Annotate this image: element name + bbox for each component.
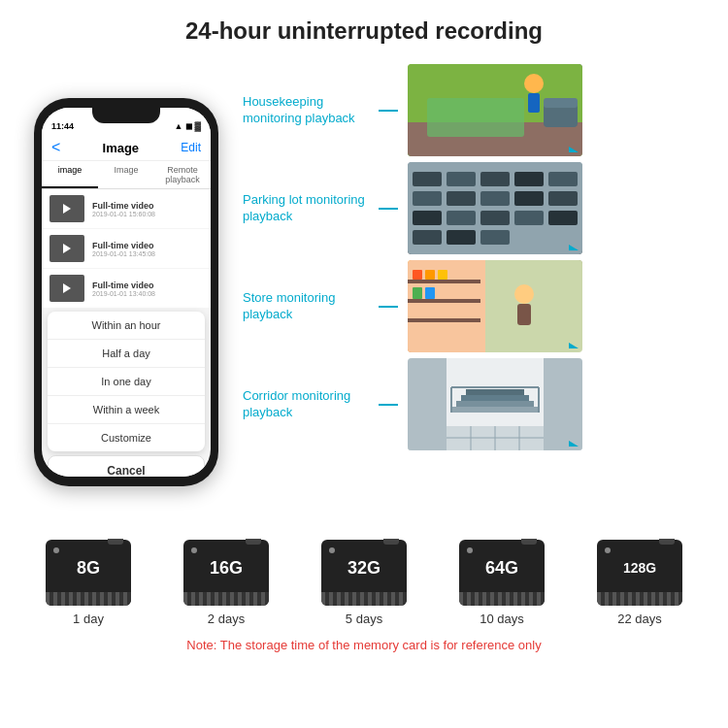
store-illustration bbox=[408, 260, 582, 352]
parking-illustration bbox=[408, 162, 582, 254]
sd-size-16g: 16G bbox=[210, 558, 243, 579]
svg-rect-2 bbox=[427, 98, 524, 137]
phone-time: 11:44 bbox=[51, 121, 74, 131]
arrow-icon bbox=[569, 343, 579, 348]
svg-rect-29 bbox=[408, 280, 480, 283]
dropdown-item-within-hour[interactable]: Within an hour bbox=[48, 312, 205, 340]
video-info: Full-time video 2019-01-01 13:45:08 bbox=[92, 241, 203, 257]
monitoring-image-corridor bbox=[408, 358, 582, 450]
phone-back-button[interactable]: < bbox=[51, 139, 60, 156]
monitoring-section: Housekeeping monitoring playback bbox=[243, 54, 709, 530]
sd-dot bbox=[467, 547, 473, 553]
dropdown-item-within-week[interactable]: Within a week bbox=[48, 396, 205, 424]
video-title: Full-time video bbox=[92, 281, 203, 290]
dropdown-item-customize[interactable]: Customize bbox=[48, 424, 205, 451]
monitoring-image-housekeeping bbox=[408, 64, 582, 156]
svg-rect-20 bbox=[480, 211, 510, 225]
phone-mockup: 11:44 ▲ ◼ ▓ < Image Edit image Image Rem… bbox=[34, 98, 218, 486]
svg-rect-24 bbox=[447, 230, 476, 245]
svg-rect-40 bbox=[408, 358, 447, 450]
phone-dropdown[interactable]: Within an hour Half a day In one day Wit… bbox=[48, 312, 205, 451]
monitoring-text-housekeeping: Housekeeping monitoring playback bbox=[243, 94, 369, 127]
svg-rect-35 bbox=[413, 287, 422, 299]
dropdown-item-in-one-day[interactable]: In one day bbox=[48, 368, 205, 396]
phone-tab-image2[interactable]: Image bbox=[98, 161, 154, 188]
svg-rect-21 bbox=[514, 211, 544, 225]
svg-rect-8 bbox=[413, 172, 442, 186]
arrow-icon bbox=[569, 147, 579, 152]
monitoring-item-housekeeping: Housekeeping monitoring playback bbox=[243, 64, 709, 156]
phone-icons: ▲ ◼ ▓ bbox=[175, 121, 201, 131]
phone-nav-title: Image bbox=[103, 141, 140, 155]
video-title: Full-time video bbox=[92, 241, 203, 250]
sd-card-item-128g: 128G 22 days bbox=[597, 540, 682, 626]
sd-card-item-16g: 16G 2 days bbox=[183, 540, 269, 626]
phone-tabs: image Image Remote playback bbox=[42, 161, 211, 189]
phone-tab-remote[interactable]: Remote playback bbox=[154, 161, 211, 188]
sd-dot bbox=[191, 547, 197, 553]
monitoring-label-parking: Parking lot monitoring playback bbox=[243, 192, 369, 225]
sd-days-1: 1 day bbox=[73, 612, 104, 626]
cancel-button[interactable]: Cancel bbox=[48, 455, 205, 477]
sd-card-item-8g: 8G 1 day bbox=[46, 540, 131, 626]
sd-card-32g: 32G bbox=[321, 540, 407, 606]
sd-days-5: 5 days bbox=[346, 612, 382, 626]
video-date: 2019-01-01 15:60:08 bbox=[92, 211, 203, 217]
sd-dot bbox=[329, 547, 335, 553]
corridor-illustration bbox=[408, 358, 582, 450]
svg-point-3 bbox=[524, 74, 544, 93]
svg-rect-10 bbox=[480, 172, 510, 186]
svg-point-37 bbox=[514, 284, 534, 304]
svg-rect-11 bbox=[514, 172, 544, 186]
video-date: 2019-01-01 13:45:08 bbox=[92, 250, 203, 257]
sd-size-128g: 128G bbox=[623, 560, 656, 576]
svg-rect-28 bbox=[485, 260, 582, 352]
main-content: 11:44 ▲ ◼ ▓ < Image Edit image Image Rem… bbox=[0, 54, 728, 530]
sd-size-64g: 64G bbox=[485, 558, 518, 579]
svg-rect-22 bbox=[548, 211, 578, 225]
sd-days-2: 2 days bbox=[208, 612, 245, 626]
sd-card-item-64g: 64G 10 days bbox=[459, 540, 545, 626]
svg-rect-48 bbox=[456, 401, 534, 407]
svg-rect-38 bbox=[517, 304, 531, 325]
svg-rect-16 bbox=[514, 191, 544, 206]
sd-card-128g: 128G bbox=[597, 540, 682, 606]
sd-dot bbox=[605, 547, 611, 553]
svg-rect-12 bbox=[548, 172, 578, 186]
svg-rect-9 bbox=[447, 172, 476, 186]
monitoring-text-corridor: Corridor monitoring playback bbox=[243, 388, 369, 421]
svg-rect-14 bbox=[447, 191, 476, 206]
svg-rect-32 bbox=[413, 270, 422, 280]
monitoring-label-store: Store monitoring playback bbox=[243, 290, 369, 323]
svg-rect-6 bbox=[544, 98, 578, 108]
phone-notch bbox=[92, 108, 160, 123]
monitoring-label-corridor: Corridor monitoring playback bbox=[243, 388, 369, 421]
svg-rect-33 bbox=[425, 270, 435, 280]
dropdown-item-half-day[interactable]: Half a day bbox=[48, 340, 205, 368]
list-item: Full-time video 2019-01-01 13:45:08 bbox=[42, 229, 211, 268]
monitoring-text-store: Store monitoring playback bbox=[243, 290, 369, 323]
phone-tab-image1[interactable]: image bbox=[42, 161, 98, 188]
monitoring-text-parking: Parking lot monitoring playback bbox=[243, 192, 369, 225]
play-icon bbox=[63, 244, 71, 253]
svg-rect-25 bbox=[480, 230, 510, 245]
phone-list: Full-time video 2019-01-01 15:60:08 Full… bbox=[42, 189, 211, 308]
svg-rect-36 bbox=[425, 287, 435, 299]
phone-screen: 11:44 ▲ ◼ ▓ < Image Edit image Image Rem… bbox=[42, 108, 211, 477]
arrow-icon bbox=[569, 245, 579, 250]
phone-edit-button[interactable]: Edit bbox=[181, 141, 201, 154]
page-title: 24-hour uninterrupted recording bbox=[19, 17, 709, 45]
sd-dot bbox=[53, 547, 59, 553]
sd-size-32g: 32G bbox=[347, 558, 381, 579]
video-date: 2019-01-01 13:40:08 bbox=[92, 290, 203, 297]
monitoring-image-parking bbox=[408, 162, 582, 254]
sd-card-item-32g: 32G 5 days bbox=[321, 540, 407, 626]
monitoring-item-corridor: Corridor monitoring playback bbox=[243, 358, 709, 450]
svg-rect-18 bbox=[413, 211, 442, 225]
header-section: 24-hour uninterrupted recording bbox=[0, 0, 728, 54]
svg-rect-17 bbox=[548, 191, 578, 206]
sd-days-22: 22 days bbox=[617, 612, 662, 626]
monitoring-item-parking: Parking lot monitoring playback bbox=[243, 162, 709, 254]
video-title: Full-time video bbox=[92, 201, 203, 211]
monitoring-label-housekeeping: Housekeeping monitoring playback bbox=[243, 94, 369, 127]
